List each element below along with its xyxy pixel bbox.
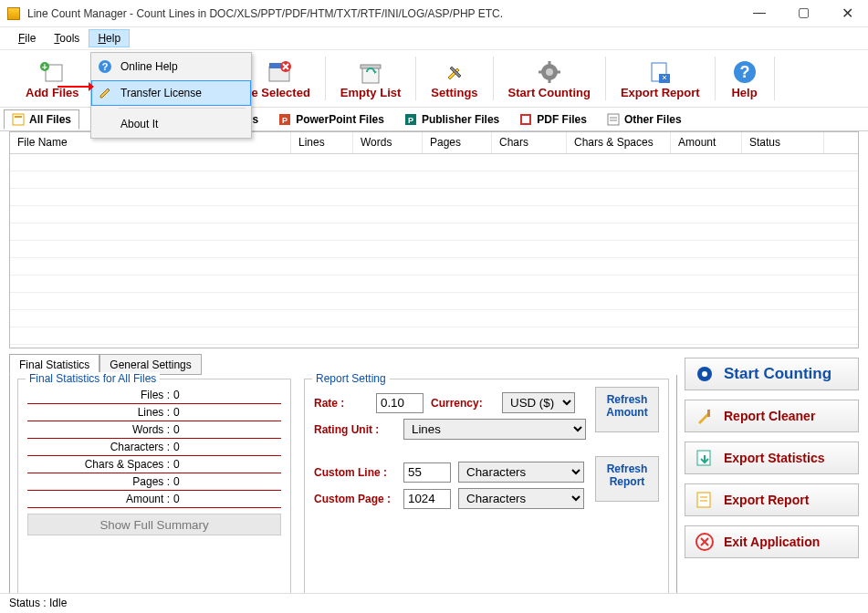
col-words[interactable]: Words — [353, 132, 423, 153]
col-chars-spaces[interactable]: Chars & Spaces — [567, 132, 671, 153]
status-bar: Status : Idle — [0, 593, 868, 613]
svg-rect-20 — [659, 74, 670, 83]
toolbar-sep — [715, 57, 716, 100]
close-button[interactable]: ✕ — [833, 5, 861, 22]
stat-characters-value: 0 — [173, 441, 180, 453]
refresh-amount-button[interactable]: Refresh Amount — [595, 387, 659, 432]
menu-about-it[interactable]: About It — [91, 110, 251, 138]
table-row — [10, 310, 858, 327]
toolbar-sep — [605, 57, 606, 100]
minimize-button[interactable]: — — [746, 5, 773, 22]
export-report-action[interactable]: Export Report — [685, 483, 859, 516]
table-row — [10, 154, 858, 171]
stat-pages-value: 0 — [173, 475, 180, 488]
delete-icon — [265, 58, 294, 86]
table-row — [10, 206, 858, 223]
svg-marker-3 — [89, 82, 94, 91]
settings-label: Settings — [431, 86, 477, 99]
settings-button[interactable]: Settings — [418, 56, 490, 102]
other-icon — [607, 113, 620, 126]
start-counting-button[interactable]: Start Counting — [496, 56, 603, 102]
menu-online-help[interactable]: ? Online Help — [91, 53, 251, 80]
svg-point-39 — [702, 371, 707, 377]
report-cleaner-button[interactable]: Report Cleaner — [685, 400, 859, 432]
custom-line-unit-select[interactable]: Characters — [458, 462, 584, 483]
rating-unit-select[interactable]: Lines — [403, 419, 586, 440]
menu-tools[interactable]: Tools — [45, 29, 89, 47]
help-button[interactable]: ? Help — [717, 56, 772, 102]
publisher-icon: P — [404, 113, 417, 126]
show-full-summary-button[interactable]: Show Full Summary — [27, 514, 281, 535]
rate-input[interactable] — [376, 393, 424, 413]
tab-other-files-label: Other Files — [624, 113, 682, 126]
col-amount[interactable]: Amount — [671, 132, 742, 153]
report-setting-legend: Report Setting — [312, 372, 390, 385]
menu-about-it-label: About It — [120, 118, 158, 130]
tools-icon — [440, 58, 469, 86]
stat-pages-label: Pages : — [27, 475, 173, 488]
tab-publisher-files[interactable]: P Publisher Files — [396, 109, 507, 130]
custom-page-label: Custom Page : — [314, 493, 396, 505]
toolbar-sep — [774, 57, 775, 100]
svg-rect-24 — [15, 116, 22, 118]
custom-line-label: Custom Line : — [314, 466, 396, 479]
menu-transfer-license[interactable]: Transfer License — [91, 80, 251, 106]
toolbar-sep — [415, 57, 416, 100]
svg-text:+: + — [42, 62, 47, 72]
window-title: Line Count Manager - Count Lines in DOC/… — [27, 7, 746, 20]
tab-powerpoint-files-label: PowerPoint Files — [296, 113, 384, 126]
stat-amount: Amount :0 — [27, 491, 281, 508]
col-status[interactable]: Status — [742, 132, 824, 153]
start-counting-label: Start Counting — [508, 86, 591, 99]
menu-help[interactable]: Help — [89, 29, 130, 47]
stat-words: Words :0 — [27, 421, 281, 439]
powerpoint-icon: P — [278, 113, 291, 126]
empty-list-button[interactable]: Empty List — [328, 56, 413, 102]
start-counting-action[interactable]: Start Counting — [685, 358, 859, 390]
table-row — [10, 258, 858, 275]
report-setting-group: Report Setting Rate : Currency: USD ($) … — [304, 379, 669, 605]
exit-application-button[interactable]: Exit Application — [685, 525, 859, 558]
svg-rect-23 — [13, 114, 24, 125]
custom-page-input[interactable] — [403, 489, 451, 509]
table-row — [10, 189, 858, 206]
stat-chars-spaces-value: 0 — [173, 458, 180, 471]
grid-body[interactable] — [10, 154, 858, 348]
refresh-report-button[interactable]: Refresh Report — [595, 456, 659, 502]
tab-pdf-files[interactable]: PDF Files — [511, 109, 595, 130]
maximize-button[interactable]: ▢ — [790, 5, 817, 22]
table-row — [10, 275, 858, 293]
svg-text:?: ? — [102, 61, 109, 72]
svg-rect-35 — [608, 114, 619, 125]
rating-unit-label: Rating Unit : — [314, 423, 396, 436]
toolbar-sep — [493, 57, 494, 100]
final-statistics-legend: Final Statistics for All Files — [26, 372, 160, 385]
table-row — [10, 171, 858, 189]
menu-bar: File Tools Help — [0, 27, 868, 49]
tab-all-files[interactable]: All Files — [4, 109, 79, 130]
stat-amount-value: 0 — [173, 493, 180, 505]
custom-page-unit-select[interactable]: Characters — [458, 488, 584, 509]
recycle-bin-icon — [356, 58, 385, 86]
col-pages[interactable]: Pages — [423, 132, 492, 153]
red-arrow-annotation — [58, 80, 94, 93]
export-report-action-label: Export Report — [724, 493, 809, 507]
export-statistics-button[interactable]: Export Statistics — [685, 442, 859, 474]
export-report-button[interactable]: Export Report — [608, 56, 713, 102]
tab-other-files[interactable]: Other Files — [599, 109, 690, 130]
menu-file[interactable]: File — [9, 29, 45, 47]
tab-powerpoint-files[interactable]: P PowerPoint Files — [270, 109, 392, 130]
table-row — [10, 241, 858, 258]
col-chars[interactable]: Chars — [492, 132, 567, 153]
blank-icon — [97, 116, 113, 132]
add-files-button[interactable]: + Add Files — [13, 56, 92, 102]
pdf-icon — [519, 113, 532, 126]
delete-selected-label: e Selected — [252, 86, 310, 99]
custom-line-input[interactable] — [403, 462, 451, 483]
col-lines[interactable]: Lines — [291, 132, 353, 153]
help-icon: ? — [730, 58, 759, 86]
app-icon — [7, 7, 20, 20]
currency-select[interactable]: USD ($) — [502, 392, 575, 413]
status-text: Status : Idle — [9, 597, 67, 609]
report-cleaner-label: Report Cleaner — [724, 409, 815, 423]
